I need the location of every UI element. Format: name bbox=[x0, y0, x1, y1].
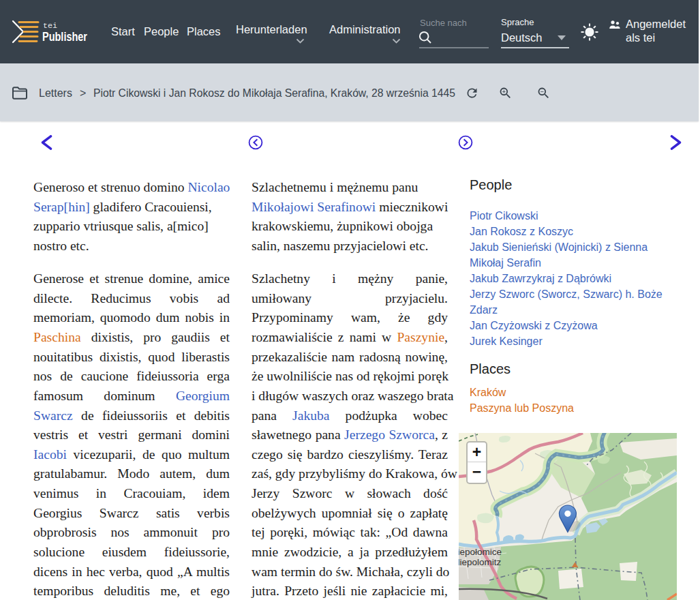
svg-text:iepołomice: iepołomice bbox=[459, 547, 502, 557]
svg-text:liepolomitz: liepolomitz bbox=[459, 557, 502, 567]
svg-text:tei: tei bbox=[43, 21, 57, 30]
svg-text:Publisher: Publisher bbox=[42, 30, 87, 44]
